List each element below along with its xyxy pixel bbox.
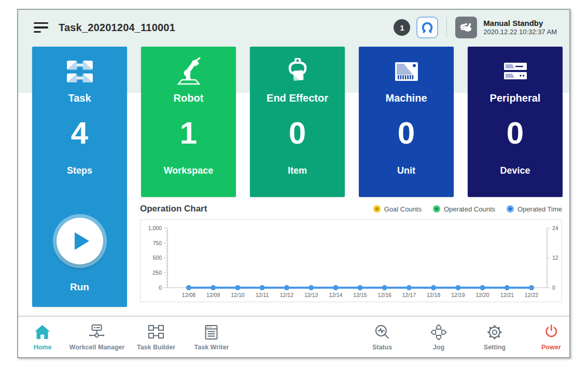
svg-text:12/21: 12/21: [500, 292, 514, 298]
svg-text:250: 250: [152, 270, 162, 276]
svg-text:12/22: 12/22: [525, 292, 538, 298]
card-value: 0: [289, 118, 306, 149]
play-icon: [75, 232, 89, 250]
card-robot[interactable]: Robot 1 Workspace: [141, 47, 236, 197]
operation-chart: 02505007501,0000122412/0812/0912/1012/11…: [140, 219, 562, 302]
svg-text:12/13: 12/13: [304, 292, 318, 298]
card-end-effector[interactable]: End Effector 0 Item: [250, 47, 345, 197]
svg-text:12/17: 12/17: [402, 292, 416, 298]
svg-text:12/12: 12/12: [280, 292, 293, 298]
workcell-manager-icon: [88, 323, 106, 342]
nav-setting[interactable]: Setting: [484, 323, 506, 351]
run-label: Run: [70, 281, 89, 293]
robot-mode-label: Manual Standby: [483, 19, 557, 29]
svg-text:12/10: 12/10: [231, 292, 244, 298]
end-effector-status-button[interactable]: [416, 17, 438, 38]
card-value: 0: [507, 118, 524, 149]
legend-label: Goal Counts: [384, 205, 422, 213]
peripheral-icon: [502, 55, 529, 88]
header-divider: [446, 17, 447, 38]
svg-text:750: 750: [152, 240, 162, 246]
svg-text:500: 500: [152, 255, 162, 261]
card-title: Machine: [385, 92, 427, 104]
legend-dot-icon: [373, 205, 381, 213]
svg-text:12/15: 12/15: [353, 292, 367, 298]
card-title: Robot: [174, 92, 204, 104]
card-title: Task: [68, 92, 91, 104]
nav-home[interactable]: Home: [34, 323, 52, 351]
nav-status[interactable]: Status: [372, 323, 392, 351]
nav-power[interactable]: Power: [541, 323, 561, 351]
jog-icon: [430, 323, 447, 342]
chart-legend: Goal CountsOperated CountsOperated Time: [373, 205, 562, 213]
svg-text:12/09: 12/09: [206, 292, 220, 298]
page-title: Task_20201204_110001: [59, 22, 175, 34]
svg-text:12/14: 12/14: [329, 292, 342, 298]
card-unit: Workspace: [164, 165, 214, 176]
run-button[interactable]: Run: [32, 218, 127, 293]
hand-icon: [459, 20, 473, 35]
nav-workcell-manager[interactable]: Workcell Manager: [69, 323, 125, 351]
nav-task-builder[interactable]: Task Builder: [137, 323, 175, 351]
card-value: 0: [398, 118, 415, 149]
main-window: Task_20201204_110001 1: [17, 9, 570, 358]
nav-task-writer[interactable]: Task Writer: [194, 323, 229, 351]
card-peripheral[interactable]: Peripheral 0 Device: [468, 47, 563, 197]
power-icon: [542, 323, 560, 342]
card-value: 1: [180, 118, 197, 149]
card-title: End Effector: [267, 92, 328, 104]
svg-text:12/11: 12/11: [256, 292, 269, 298]
svg-text:24: 24: [552, 225, 558, 231]
card-unit: Unit: [397, 165, 415, 176]
end-effector-icon: [285, 55, 310, 88]
machine-icon: [394, 55, 419, 88]
chart-canvas: 02505007501,0000122412/0812/0912/1012/11…: [141, 220, 562, 302]
legend-dot-icon: [433, 205, 440, 213]
manual-mode-button[interactable]: [455, 17, 477, 38]
legend-dot-icon: [507, 205, 514, 213]
card-machine[interactable]: Machine 0 Unit: [359, 47, 454, 197]
notification-badge[interactable]: 1: [394, 19, 410, 36]
legend-label: Operated Time: [517, 205, 562, 213]
card-task[interactable]: Task 4 Steps Run: [32, 47, 127, 307]
legend-item: Goal Counts: [373, 205, 422, 213]
legend-item: Operated Counts: [433, 205, 495, 213]
menu-icon[interactable]: [33, 20, 49, 35]
bottom-nav: Home Workcell Manager Task Builder: [18, 316, 569, 358]
legend-label: Operated Counts: [444, 205, 495, 213]
card-value: 4: [71, 118, 88, 149]
svg-text:0: 0: [159, 285, 162, 291]
task-builder-icon: [147, 323, 165, 342]
svg-text:0: 0: [552, 285, 555, 291]
header: Task_20201204_110001 1: [18, 10, 569, 45]
svg-text:12/20: 12/20: [475, 292, 489, 298]
task-icon: [66, 55, 94, 88]
status-icon: [373, 323, 391, 342]
card-unit: Device: [500, 165, 530, 176]
card-unit: Item: [288, 165, 307, 176]
svg-text:1,000: 1,000: [148, 225, 162, 231]
card-title: Peripheral: [490, 92, 541, 104]
setting-icon: [486, 323, 503, 342]
chart-title: Operation Chart: [140, 204, 207, 214]
run-circle[interactable]: [57, 218, 103, 264]
nav-jog[interactable]: Jog: [430, 323, 447, 351]
task-writer-icon: [203, 323, 220, 342]
svg-text:12: 12: [552, 255, 558, 261]
svg-text:12/16: 12/16: [378, 292, 391, 298]
card-unit: Steps: [67, 165, 92, 176]
status-timestamp: 2020.12.22 10:32:37 AM: [483, 28, 557, 36]
gripper-icon: [419, 20, 435, 35]
svg-text:12/18: 12/18: [427, 292, 440, 298]
svg-text:12/19: 12/19: [451, 292, 465, 298]
legend-item: Operated Time: [507, 205, 562, 213]
robot-icon: [175, 55, 203, 88]
home-icon: [34, 323, 51, 342]
svg-text:12/08: 12/08: [182, 292, 195, 298]
